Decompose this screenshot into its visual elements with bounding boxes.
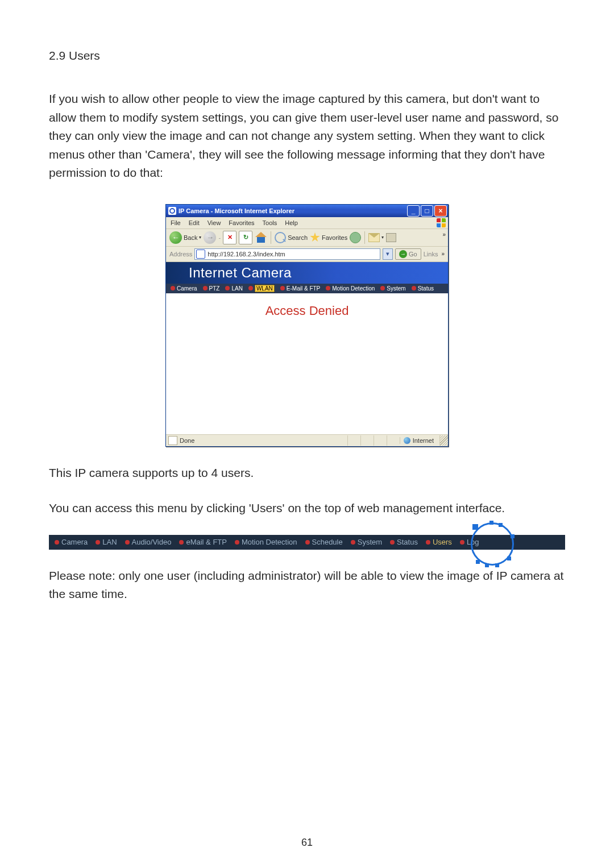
printer-icon (386, 233, 396, 242)
separator (364, 231, 365, 244)
status-zone: Internet (400, 437, 439, 444)
wide-nav-screenshot: Camera LAN Audio/Video eMail & FTP Motio… (49, 535, 565, 550)
nav-motion[interactable]: Motion Detection (326, 285, 375, 292)
address-dropdown[interactable]: ▾ (383, 248, 393, 260)
nav-lan[interactable]: LAN (225, 285, 242, 292)
camera-banner: Internet Camera (166, 262, 448, 284)
chevron-down-icon: ▾ (199, 235, 201, 240)
section-heading: 2.9 Users (49, 49, 565, 63)
zone-label: Internet (413, 437, 434, 444)
nav-status[interactable]: Status (412, 285, 434, 292)
status-bar: Done Internet (166, 434, 448, 446)
address-label: Address (169, 251, 192, 258)
ie-window: IP Camera - Microsoft Internet Explorer … (165, 204, 449, 447)
links-overflow[interactable]: » (441, 251, 445, 257)
favorites-button[interactable]: Favorites (310, 232, 347, 243)
wnav-status[interactable]: Status (390, 538, 418, 546)
chevron-down-icon: ▾ (381, 235, 384, 240)
page-icon (196, 250, 205, 259)
forward-button[interactable]: → (204, 231, 216, 244)
home-button[interactable] (255, 231, 267, 244)
menu-bar: File Edit View Favorites Tools Help (166, 217, 448, 229)
statusbar-page-icon (168, 436, 177, 445)
nav-ptz[interactable]: PTZ (203, 285, 220, 292)
globe-icon (404, 437, 410, 444)
links-label[interactable]: Links (424, 251, 438, 258)
paragraph-1: If you wish to allow other people to vie… (49, 90, 565, 182)
menu-help[interactable]: Help (285, 219, 298, 226)
wnav-motion[interactable]: Motion Detection (235, 538, 297, 546)
maximize-button[interactable]: □ (421, 205, 433, 217)
mail-icon (368, 233, 380, 242)
toolbar: ← Back ▾ → - ✕ ↻ Search Favorites (166, 229, 448, 247)
address-bar: Address http://192.168.2.3/index.htm ▾ →… (166, 247, 448, 262)
wnav-lan[interactable]: LAN (96, 538, 117, 546)
minimize-button[interactable]: _ (407, 205, 420, 217)
forward-arrow-icon: → (204, 231, 216, 244)
refresh-button[interactable]: ↻ (239, 231, 252, 244)
star-icon (310, 232, 320, 243)
windows-flag-icon (437, 218, 446, 227)
separator (271, 231, 271, 244)
address-input[interactable]: http://192.168.2.3/index.htm (194, 248, 380, 260)
ie-logo-icon (168, 207, 176, 215)
resize-grip-icon[interactable] (439, 435, 448, 446)
stop-button[interactable]: ✕ (223, 231, 237, 244)
page-number: 61 (0, 837, 614, 849)
camera-nav: Camera PTZ LAN WLAN E-Mail & FTP Motion … (166, 284, 448, 293)
access-denied-message: Access Denied (265, 304, 349, 318)
wnav-users[interactable]: Users (426, 538, 452, 546)
statusbar-segments (347, 435, 400, 446)
back-arrow-icon: ← (169, 231, 182, 244)
camera-content-area: Access Denied (166, 293, 448, 434)
nav-camera[interactable]: Camera (171, 285, 197, 292)
go-button[interactable]: → Go (395, 248, 421, 260)
wide-nav-bar: Camera LAN Audio/Video eMail & FTP Motio… (49, 535, 565, 550)
wnav-av[interactable]: Audio/Video (125, 538, 172, 546)
media-button[interactable] (350, 232, 361, 243)
nav-system[interactable]: System (380, 285, 405, 292)
wnav-schedule[interactable]: Schedule (305, 538, 343, 546)
favorites-label: Favorites (322, 234, 347, 241)
menu-view[interactable]: View (208, 219, 221, 226)
wnav-email[interactable]: eMail & FTP (179, 538, 227, 546)
url-text: http://192.168.2.3/index.htm (208, 251, 285, 258)
paragraph-2: This IP camera supports up to 4 users. (49, 464, 565, 483)
paragraph-3: You can access this menu by clicking 'Us… (49, 499, 565, 518)
search-button[interactable]: Search (275, 232, 308, 243)
go-label: Go (409, 251, 417, 258)
window-title: IP Camera - Microsoft Internet Explorer (179, 207, 407, 214)
mail-button[interactable]: ▾ (368, 233, 384, 242)
wnav-system[interactable]: System (351, 538, 382, 546)
back-label: Back (184, 234, 197, 241)
close-button[interactable]: × (434, 205, 447, 217)
print-button[interactable] (386, 233, 396, 242)
nav-wlan[interactable]: WLAN (248, 285, 275, 292)
toolbar-overflow[interactable]: » (442, 231, 446, 238)
search-icon (275, 232, 286, 243)
paragraph-4: Please note: only one user (including ad… (49, 567, 565, 604)
wnav-log[interactable]: Log (460, 538, 479, 546)
window-titlebar: IP Camera - Microsoft Internet Explorer … (166, 205, 448, 217)
menu-edit[interactable]: Edit (189, 219, 200, 226)
back-button[interactable]: ← Back ▾ (169, 231, 201, 244)
menu-favorites[interactable]: Favorites (229, 219, 254, 226)
go-arrow-icon: → (399, 250, 407, 258)
status-done: Done (180, 437, 194, 444)
document-page: 2.9 Users If you wish to allow other peo… (0, 0, 614, 868)
menu-tools[interactable]: Tools (263, 219, 277, 226)
search-label: Search (288, 234, 308, 241)
wnav-camera[interactable]: Camera (55, 538, 88, 546)
menu-file[interactable]: File (171, 219, 181, 226)
nav-email[interactable]: E-Mail & FTP (280, 285, 320, 292)
